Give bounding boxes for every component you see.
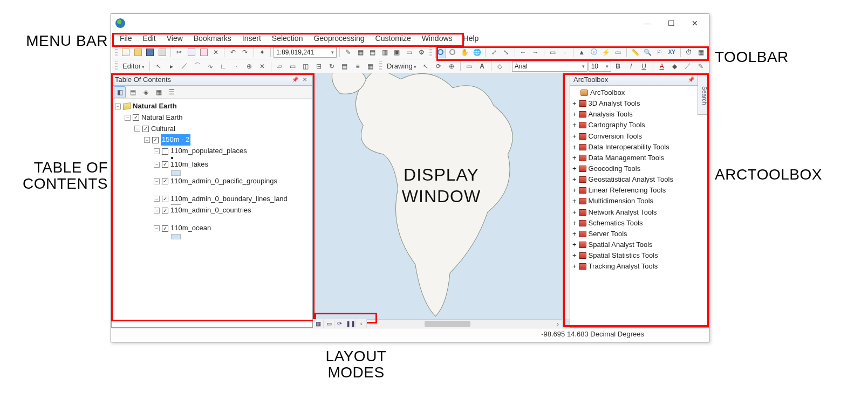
pan-button[interactable]: ✋ [459,46,470,58]
map-display[interactable]: DISPLAY WINDOW ▦ ▭ ⟳ ❚❚ ‹ › [313,73,570,328]
split-button[interactable]: ⊟ [313,60,325,72]
expand-icon[interactable]: − [125,115,131,121]
edit-vertices-button[interactable]: ▱ [274,60,286,72]
toc-root[interactable]: Natural Earth [133,101,177,112]
clear-selection-button[interactable]: ▫ [559,46,570,58]
menu-edit[interactable]: Edit [138,32,161,45]
search-tab[interactable]: Search [698,74,708,115]
expand-icon[interactable]: + [572,174,577,185]
expand-icon[interactable]: − [154,225,160,231]
menu-help[interactable]: Help [458,32,484,45]
toolbox-item[interactable]: Multidimension Tools [589,196,653,207]
reshape-button[interactable]: ▭ [287,60,299,72]
zoom-in-button[interactable] [435,46,446,58]
text-button[interactable]: A [476,60,488,72]
expand-icon[interactable]: − [154,208,160,214]
rotate-button[interactable]: ↻ [326,60,338,72]
toc-button[interactable]: ▦ [355,46,366,58]
expand-icon[interactable]: + [572,261,577,272]
fixed-zoom-out-button[interactable]: ⤡ [501,46,512,58]
arctoolbox-tree[interactable]: ArcToolbox +3D Analyst Tools +Analysis T… [570,86,708,327]
expand-icon[interactable]: + [572,163,577,174]
toc-layer[interactable]: 110m_admin_0_boundary_lines_land [170,194,288,205]
toolbox-item[interactable]: Spatial Analyst Tools [589,239,653,250]
checkbox-icon[interactable] [142,126,149,132]
toolbox-item[interactable]: Conversion Tools [589,131,642,142]
rotate-graphic-button[interactable]: ⟳ [433,60,445,72]
midpoint-button[interactable]: · [230,60,242,72]
endpoint-arc-button[interactable]: ⌒ [192,60,203,72]
goto-xy-button[interactable]: XY [666,46,678,58]
checkbox-icon[interactable] [162,196,168,202]
expand-icon[interactable]: − [134,126,140,132]
toc-group[interactable]: Natural Earth [141,112,183,123]
toc-layer[interactable]: 110m_ocean [170,223,211,234]
expand-icon[interactable]: + [572,98,577,109]
rectangle-button[interactable]: ▭ [463,60,475,72]
window-maximize-button[interactable]: ☐ [659,16,683,31]
toolbox-item[interactable]: Data Management Tools [589,153,665,163]
toc-selected[interactable]: 150m - 2 [161,134,190,146]
attributes-button[interactable]: ▤ [339,60,351,72]
create-features-button[interactable]: ▦ [365,60,377,72]
expand-icon[interactable]: + [572,185,577,196]
expand-icon[interactable]: + [572,229,577,239]
zoom-to-selected-button[interactable]: ⊕ [446,60,457,72]
fill-color-button[interactable]: ◆ [669,60,681,72]
checkbox-icon[interactable] [162,148,168,155]
checkbox-icon[interactable] [162,225,168,232]
expand-icon[interactable]: − [144,137,150,143]
straight-segment-button[interactable]: ／ [179,60,190,72]
expand-icon[interactable]: + [572,131,577,142]
trace-button[interactable]: ∿ [204,60,216,72]
expand-icon[interactable]: + [572,218,577,229]
editor-toolbar-button[interactable]: ✎ [343,46,354,58]
html-popup-button[interactable]: ▭ [613,46,624,58]
toolbox-item[interactable]: Geocoding Tools [589,163,641,174]
toc-close-button[interactable]: ✕ [300,75,309,84]
model-builder-button[interactable]: ⚙ [416,46,427,58]
window-minimize-button[interactable]: — [635,16,659,31]
forward-extent-button[interactable]: → [530,46,541,58]
checkbox-icon[interactable] [133,114,139,121]
toolbox-item[interactable]: Tracking Analyst Tools [589,261,658,272]
checkbox-icon[interactable] [162,208,168,214]
menu-geoprocessing[interactable]: Geoprocessing [308,32,370,45]
toolbox-item[interactable]: Network Analyst Tools [589,207,657,218]
expand-icon[interactable]: + [572,207,577,218]
toc-layer[interactable]: 110m_lakes [170,159,208,170]
toolbox-item[interactable]: 3D Analyst Tools [589,98,640,109]
add-data-button[interactable]: ✦ [257,46,268,58]
checkbox-icon[interactable] [152,137,159,143]
list-by-source-button[interactable]: ▤ [127,86,139,98]
refresh-view-button[interactable]: ⟳ [334,319,345,328]
zoom-out-button[interactable] [447,46,459,58]
bold-button[interactable]: B [612,60,624,72]
toolbox-item[interactable]: Analysis Tools [589,109,633,120]
editor-dropdown[interactable]: Editor▾ [120,62,147,70]
toolbox-item[interactable]: Server Tools [589,229,627,239]
menu-bookmarks[interactable]: Bookmarks [188,32,237,45]
font-size-select[interactable]: 10▾ [589,61,611,72]
menu-file[interactable]: File [114,32,138,45]
select-elements-button[interactable]: ▲ [576,46,587,58]
toolbox-item[interactable]: Geostatistical Analyst Tools [589,174,673,185]
toolbox-item[interactable]: Schematics Tools [589,218,643,229]
create-viewer-button[interactable]: ▦ [695,46,707,58]
menu-selection[interactable]: Selection [266,32,309,45]
cut-poly-button[interactable]: ◫ [300,60,312,72]
map-v-scrollbar[interactable] [562,73,570,319]
line-color-button[interactable]: ／ [682,60,694,72]
python-button[interactable]: ▭ [404,46,415,58]
print-button[interactable] [156,46,168,58]
redo-button[interactable]: ↷ [240,46,251,58]
menu-windows[interactable]: Windows [416,32,458,45]
list-by-visibility-button[interactable]: ◈ [140,86,152,98]
toc-pin-button[interactable]: 📌 [291,75,299,84]
toc-group[interactable]: Cultural [151,123,175,135]
drawing-dropdown[interactable]: Drawing▾ [385,62,419,70]
checkbox-icon[interactable] [162,178,168,184]
menu-insert[interactable]: Insert [237,32,266,45]
menu-view[interactable]: View [161,32,188,45]
cut-button[interactable]: ✂ [174,46,185,58]
